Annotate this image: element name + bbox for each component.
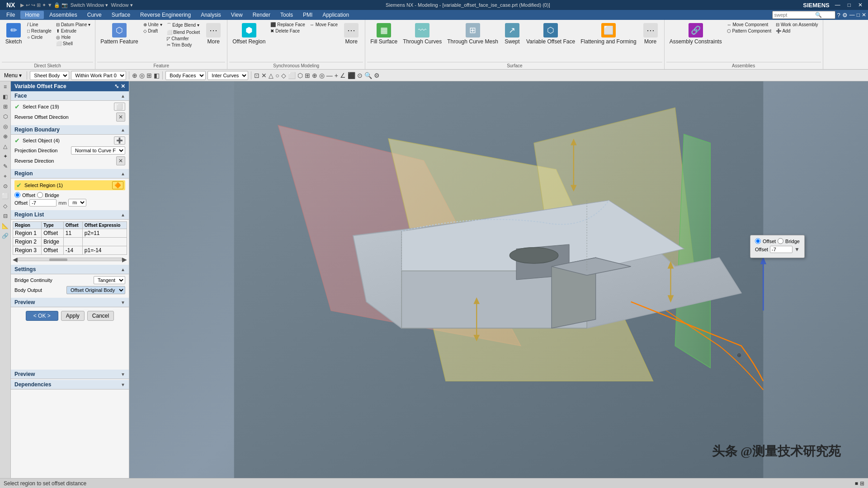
- section-face-header[interactable]: Face ▲: [11, 91, 129, 101]
- menu-pmi[interactable]: PMI: [298, 11, 317, 19]
- table-scrollbar-h[interactable]: [18, 258, 122, 261]
- ribbon-btn-feature-more[interactable]: ⋯ More: [203, 22, 224, 46]
- fp-offset-radio[interactable]: [755, 238, 761, 244]
- ribbon-btn-replace-face[interactable]: ⬛ Replace Face: [269, 22, 307, 28]
- left-icon-16[interactable]: 🔗: [1, 231, 10, 240]
- menu-assemblies[interactable]: Assemblies: [45, 11, 81, 19]
- toolbar-icon-11[interactable]: ⬡: [297, 72, 303, 79]
- search-input[interactable]: [774, 12, 815, 18]
- menu-home[interactable]: Home: [20, 11, 44, 19]
- menu-surface[interactable]: Surface: [107, 11, 135, 19]
- left-icon-15[interactable]: 📐: [1, 221, 10, 230]
- panel-resize-icon[interactable]: ⤡: [114, 83, 119, 89]
- select-face-button[interactable]: ⬜: [114, 103, 125, 111]
- section-region-header[interactable]: Region ▲: [11, 169, 129, 178]
- settings-icon[interactable]: ⚙: [842, 12, 848, 19]
- ribbon-btn-line[interactable]: / Line: [25, 22, 53, 28]
- ribbon-btn-sync-more[interactable]: ⋯ More: [340, 22, 362, 46]
- section-settings-header[interactable]: Settings ▲: [11, 265, 129, 274]
- toolbar-icon-21[interactable]: ⚙: [374, 72, 380, 79]
- body-output-dropdown[interactable]: Offset Original Body: [66, 286, 125, 294]
- ribbon-btn-unite[interactable]: ⊕ Unite ▾: [142, 22, 164, 28]
- statusbar-icon-2[interactable]: ⊞: [860, 480, 864, 487]
- work-part-dropdown[interactable]: Within Work Part 0: [71, 71, 126, 80]
- toolbar-icon-20[interactable]: 🔍: [364, 72, 372, 79]
- left-icon-11[interactable]: ⊙: [1, 182, 10, 191]
- toolbar-icon-16[interactable]: +: [335, 72, 338, 79]
- toolbar-icon-7[interactable]: △: [269, 72, 274, 79]
- offset-unit-dropdown[interactable]: mm: [68, 199, 86, 206]
- menu-tools[interactable]: Tools: [276, 11, 297, 19]
- ribbon-btn-offset-region[interactable]: ⬢ Offset Region: [230, 22, 268, 46]
- ribbon-btn-fill-surface[interactable]: ▦ Fill Surface: [368, 22, 400, 46]
- ribbon-btn-move-component[interactable]: ↔ Move Component: [725, 22, 774, 28]
- ribbon-btn-shell[interactable]: ⬜ Shell: [54, 41, 92, 47]
- menu-curve[interactable]: Curve: [83, 11, 106, 19]
- window-min[interactable]: —: [849, 12, 855, 18]
- left-icon-8[interactable]: ✦: [1, 152, 10, 161]
- ribbon-btn-pattern-component[interactable]: ⬡ Pattern Component: [725, 28, 774, 34]
- toolbar-icon-17[interactable]: ∠: [340, 72, 346, 79]
- apply-button[interactable]: Apply: [61, 311, 85, 321]
- bridge-radio[interactable]: [37, 192, 43, 198]
- toolbar-icon-6[interactable]: ✕: [261, 72, 267, 79]
- ribbon-btn-circle[interactable]: ○ Circle: [25, 34, 53, 40]
- section-dependencies-header[interactable]: Dependencies ▼: [11, 380, 129, 389]
- viewport[interactable]: ⊕ Offset Bridge Offset ▼ 头条 @测量技术研究苑: [129, 81, 868, 478]
- left-icon-13[interactable]: ◇: [1, 202, 10, 211]
- statusbar-icon-1[interactable]: ■: [855, 480, 858, 487]
- ribbon-btn-datum-plane[interactable]: ⊟ Datum Plane ▾: [54, 22, 92, 28]
- menu-render[interactable]: Render: [248, 11, 275, 19]
- table-row[interactable]: Region 1 Offset 11 p2=11: [13, 229, 127, 238]
- toolbar-icon-1[interactable]: ⊕: [132, 72, 137, 79]
- menu-application[interactable]: Application: [318, 11, 354, 19]
- left-icon-4[interactable]: ⬡: [1, 112, 10, 121]
- toolbar-icon-8[interactable]: ○: [275, 72, 279, 79]
- search-bar[interactable]: 🔍: [772, 11, 835, 19]
- ribbon-btn-extrude[interactable]: ⬆ Extrude: [54, 28, 92, 34]
- section-region-boundary-header[interactable]: Region Boundary ▲: [11, 125, 129, 135]
- menu-reverse-engineering[interactable]: Reverse Engineering: [136, 11, 195, 19]
- menu-file[interactable]: File: [2, 11, 19, 19]
- toolbar-icon-12[interactable]: ⊞: [305, 72, 310, 79]
- left-icon-3[interactable]: ⊞: [1, 102, 10, 111]
- reverse-direction-btn[interactable]: ✕: [116, 156, 125, 165]
- table-scroll-right[interactable]: ▶: [122, 256, 127, 263]
- table-row[interactable]: Region 3 Offset -14 p1=-14: [13, 246, 127, 255]
- left-icon-6[interactable]: ⊕: [1, 132, 10, 141]
- ribbon-btn-rect[interactable]: □ Rectangle: [25, 28, 53, 34]
- bridge-continuity-dropdown[interactable]: Tangent: [94, 276, 125, 284]
- ribbon-btn-add[interactable]: ➕ Add: [774, 28, 820, 34]
- ribbon-btn-chamfer[interactable]: ◸ Chamfer: [165, 36, 202, 42]
- window-switch[interactable]: Switch Window ▾: [71, 2, 108, 8]
- selection-filter-dropdown[interactable]: Body Faces: [165, 71, 206, 80]
- ribbon-btn-move-face[interactable]: ↔ Move Face: [308, 22, 340, 28]
- ok-button[interactable]: < OK >: [26, 311, 58, 321]
- section-preview2-header[interactable]: Preview ▼: [11, 370, 129, 379]
- ribbon-btn-hole[interactable]: ◎ Hole: [54, 34, 92, 40]
- help-icon[interactable]: ?: [837, 12, 840, 19]
- ribbon-btn-pattern-feature[interactable]: ⬡ Pattern Feature: [98, 22, 140, 46]
- ribbon-btn-sketch[interactable]: ✏ Sketch: [3, 22, 24, 46]
- cancel-button[interactable]: Cancel: [87, 311, 114, 321]
- ribbon-btn-through-curve-mesh[interactable]: ⊞ Through Curve Mesh: [445, 22, 500, 46]
- menu-view[interactable]: View: [226, 11, 247, 19]
- select-region-button[interactable]: 🔶: [112, 181, 123, 189]
- section-preview-header[interactable]: Preview ▼: [11, 298, 129, 307]
- menu-analysis[interactable]: Analysis: [196, 11, 226, 19]
- menu-dropdown[interactable]: Menu ▾: [2, 71, 24, 80]
- ribbon-btn-edge-blend[interactable]: ⌒ Edge Blend ▾: [165, 22, 202, 29]
- left-icon-10[interactable]: ⌖: [1, 172, 10, 181]
- window-close2[interactable]: ✕: [862, 12, 866, 18]
- fp-offset-input[interactable]: [770, 246, 793, 253]
- fp-bridge-radio[interactable]: [778, 238, 783, 244]
- offset-radio[interactable]: [14, 192, 20, 198]
- titlebar-controls[interactable]: ▶ ↩ ↪ ⊞ ✦ ▼ 🔒 📷: [20, 2, 67, 8]
- ribbon-btn-swept[interactable]: ↗ Swept: [501, 22, 523, 46]
- window-max2[interactable]: □: [857, 12, 860, 18]
- left-icon-9[interactable]: ✎: [1, 162, 10, 171]
- titlebar-minimize[interactable]: —: [833, 2, 842, 8]
- toolbar-icon-3[interactable]: ⊞: [146, 72, 152, 79]
- ribbon-btn-surface-more[interactable]: ⋯ More: [640, 22, 661, 46]
- left-icon-7[interactable]: △: [1, 142, 10, 151]
